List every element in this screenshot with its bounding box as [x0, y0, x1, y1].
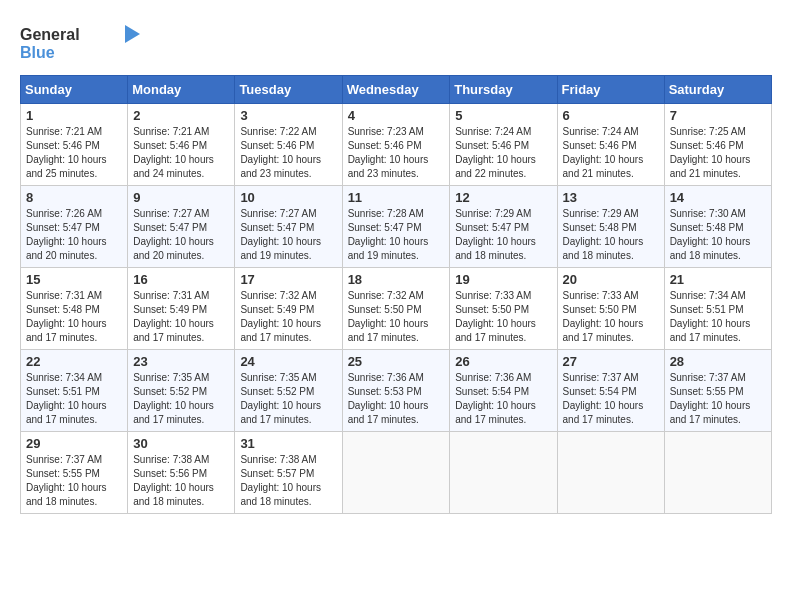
- calendar-week-row: 8 Sunrise: 7:26 AMSunset: 5:47 PMDayligh…: [21, 186, 772, 268]
- day-number: 20: [563, 272, 659, 287]
- calendar-cell: 3 Sunrise: 7:22 AMSunset: 5:46 PMDayligh…: [235, 104, 342, 186]
- day-number: 26: [455, 354, 551, 369]
- calendar-cell: 26 Sunrise: 7:36 AMSunset: 5:54 PMDaylig…: [450, 350, 557, 432]
- weekday-header: Tuesday: [235, 76, 342, 104]
- cell-content: Sunrise: 7:24 AMSunset: 5:46 PMDaylight:…: [455, 126, 536, 179]
- cell-content: Sunrise: 7:29 AMSunset: 5:48 PMDaylight:…: [563, 208, 644, 261]
- cell-content: Sunrise: 7:24 AMSunset: 5:46 PMDaylight:…: [563, 126, 644, 179]
- cell-content: Sunrise: 7:33 AMSunset: 5:50 PMDaylight:…: [455, 290, 536, 343]
- svg-text:Blue: Blue: [20, 44, 55, 61]
- cell-content: Sunrise: 7:26 AMSunset: 5:47 PMDaylight:…: [26, 208, 107, 261]
- calendar-cell: 22 Sunrise: 7:34 AMSunset: 5:51 PMDaylig…: [21, 350, 128, 432]
- calendar-cell: 31 Sunrise: 7:38 AMSunset: 5:57 PMDaylig…: [235, 432, 342, 514]
- calendar-cell: 17 Sunrise: 7:32 AMSunset: 5:49 PMDaylig…: [235, 268, 342, 350]
- calendar-header-row: SundayMondayTuesdayWednesdayThursdayFrid…: [21, 76, 772, 104]
- calendar-cell: [342, 432, 450, 514]
- weekday-header: Wednesday: [342, 76, 450, 104]
- calendar-cell: 20 Sunrise: 7:33 AMSunset: 5:50 PMDaylig…: [557, 268, 664, 350]
- logo: General Blue: [20, 20, 140, 65]
- header: General Blue: [20, 20, 772, 65]
- logo-svg: General Blue: [20, 20, 140, 65]
- cell-content: Sunrise: 7:34 AMSunset: 5:51 PMDaylight:…: [670, 290, 751, 343]
- day-number: 9: [133, 190, 229, 205]
- day-number: 17: [240, 272, 336, 287]
- calendar-cell: 5 Sunrise: 7:24 AMSunset: 5:46 PMDayligh…: [450, 104, 557, 186]
- calendar-cell: 8 Sunrise: 7:26 AMSunset: 5:47 PMDayligh…: [21, 186, 128, 268]
- cell-content: Sunrise: 7:34 AMSunset: 5:51 PMDaylight:…: [26, 372, 107, 425]
- day-number: 7: [670, 108, 766, 123]
- calendar-cell: 2 Sunrise: 7:21 AMSunset: 5:46 PMDayligh…: [128, 104, 235, 186]
- day-number: 8: [26, 190, 122, 205]
- cell-content: Sunrise: 7:37 AMSunset: 5:54 PMDaylight:…: [563, 372, 644, 425]
- day-number: 23: [133, 354, 229, 369]
- cell-content: Sunrise: 7:35 AMSunset: 5:52 PMDaylight:…: [240, 372, 321, 425]
- calendar-cell: 14 Sunrise: 7:30 AMSunset: 5:48 PMDaylig…: [664, 186, 771, 268]
- svg-marker-1: [125, 25, 140, 43]
- cell-content: Sunrise: 7:36 AMSunset: 5:54 PMDaylight:…: [455, 372, 536, 425]
- day-number: 21: [670, 272, 766, 287]
- calendar-cell: 15 Sunrise: 7:31 AMSunset: 5:48 PMDaylig…: [21, 268, 128, 350]
- cell-content: Sunrise: 7:37 AMSunset: 5:55 PMDaylight:…: [26, 454, 107, 507]
- cell-content: Sunrise: 7:38 AMSunset: 5:56 PMDaylight:…: [133, 454, 214, 507]
- day-number: 13: [563, 190, 659, 205]
- cell-content: Sunrise: 7:38 AMSunset: 5:57 PMDaylight:…: [240, 454, 321, 507]
- day-number: 12: [455, 190, 551, 205]
- day-number: 16: [133, 272, 229, 287]
- weekday-header: Monday: [128, 76, 235, 104]
- cell-content: Sunrise: 7:27 AMSunset: 5:47 PMDaylight:…: [133, 208, 214, 261]
- day-number: 5: [455, 108, 551, 123]
- day-number: 1: [26, 108, 122, 123]
- calendar-cell: 21 Sunrise: 7:34 AMSunset: 5:51 PMDaylig…: [664, 268, 771, 350]
- day-number: 6: [563, 108, 659, 123]
- cell-content: Sunrise: 7:32 AMSunset: 5:49 PMDaylight:…: [240, 290, 321, 343]
- calendar: SundayMondayTuesdayWednesdayThursdayFrid…: [20, 75, 772, 514]
- day-number: 25: [348, 354, 445, 369]
- day-number: 30: [133, 436, 229, 451]
- day-number: 2: [133, 108, 229, 123]
- cell-content: Sunrise: 7:31 AMSunset: 5:48 PMDaylight:…: [26, 290, 107, 343]
- calendar-cell: 16 Sunrise: 7:31 AMSunset: 5:49 PMDaylig…: [128, 268, 235, 350]
- cell-content: Sunrise: 7:33 AMSunset: 5:50 PMDaylight:…: [563, 290, 644, 343]
- calendar-cell: 18 Sunrise: 7:32 AMSunset: 5:50 PMDaylig…: [342, 268, 450, 350]
- calendar-cell: 9 Sunrise: 7:27 AMSunset: 5:47 PMDayligh…: [128, 186, 235, 268]
- calendar-cell: 28 Sunrise: 7:37 AMSunset: 5:55 PMDaylig…: [664, 350, 771, 432]
- cell-content: Sunrise: 7:28 AMSunset: 5:47 PMDaylight:…: [348, 208, 429, 261]
- cell-content: Sunrise: 7:35 AMSunset: 5:52 PMDaylight:…: [133, 372, 214, 425]
- day-number: 4: [348, 108, 445, 123]
- cell-content: Sunrise: 7:36 AMSunset: 5:53 PMDaylight:…: [348, 372, 429, 425]
- cell-content: Sunrise: 7:27 AMSunset: 5:47 PMDaylight:…: [240, 208, 321, 261]
- calendar-cell: 24 Sunrise: 7:35 AMSunset: 5:52 PMDaylig…: [235, 350, 342, 432]
- calendar-week-row: 1 Sunrise: 7:21 AMSunset: 5:46 PMDayligh…: [21, 104, 772, 186]
- calendar-week-row: 29 Sunrise: 7:37 AMSunset: 5:55 PMDaylig…: [21, 432, 772, 514]
- calendar-cell: 29 Sunrise: 7:37 AMSunset: 5:55 PMDaylig…: [21, 432, 128, 514]
- cell-content: Sunrise: 7:23 AMSunset: 5:46 PMDaylight:…: [348, 126, 429, 179]
- cell-content: Sunrise: 7:21 AMSunset: 5:46 PMDaylight:…: [26, 126, 107, 179]
- calendar-cell: 25 Sunrise: 7:36 AMSunset: 5:53 PMDaylig…: [342, 350, 450, 432]
- cell-content: Sunrise: 7:31 AMSunset: 5:49 PMDaylight:…: [133, 290, 214, 343]
- calendar-cell: 13 Sunrise: 7:29 AMSunset: 5:48 PMDaylig…: [557, 186, 664, 268]
- calendar-cell: 12 Sunrise: 7:29 AMSunset: 5:47 PMDaylig…: [450, 186, 557, 268]
- calendar-week-row: 15 Sunrise: 7:31 AMSunset: 5:48 PMDaylig…: [21, 268, 772, 350]
- day-number: 14: [670, 190, 766, 205]
- day-number: 11: [348, 190, 445, 205]
- calendar-cell: [450, 432, 557, 514]
- day-number: 27: [563, 354, 659, 369]
- day-number: 3: [240, 108, 336, 123]
- calendar-cell: 7 Sunrise: 7:25 AMSunset: 5:46 PMDayligh…: [664, 104, 771, 186]
- day-number: 31: [240, 436, 336, 451]
- cell-content: Sunrise: 7:32 AMSunset: 5:50 PMDaylight:…: [348, 290, 429, 343]
- cell-content: Sunrise: 7:21 AMSunset: 5:46 PMDaylight:…: [133, 126, 214, 179]
- day-number: 28: [670, 354, 766, 369]
- weekday-header: Thursday: [450, 76, 557, 104]
- cell-content: Sunrise: 7:30 AMSunset: 5:48 PMDaylight:…: [670, 208, 751, 261]
- day-number: 22: [26, 354, 122, 369]
- cell-content: Sunrise: 7:29 AMSunset: 5:47 PMDaylight:…: [455, 208, 536, 261]
- day-number: 24: [240, 354, 336, 369]
- calendar-cell: 4 Sunrise: 7:23 AMSunset: 5:46 PMDayligh…: [342, 104, 450, 186]
- calendar-cell: 23 Sunrise: 7:35 AMSunset: 5:52 PMDaylig…: [128, 350, 235, 432]
- calendar-cell: [557, 432, 664, 514]
- calendar-cell: 27 Sunrise: 7:37 AMSunset: 5:54 PMDaylig…: [557, 350, 664, 432]
- calendar-week-row: 22 Sunrise: 7:34 AMSunset: 5:51 PMDaylig…: [21, 350, 772, 432]
- day-number: 19: [455, 272, 551, 287]
- calendar-cell: 6 Sunrise: 7:24 AMSunset: 5:46 PMDayligh…: [557, 104, 664, 186]
